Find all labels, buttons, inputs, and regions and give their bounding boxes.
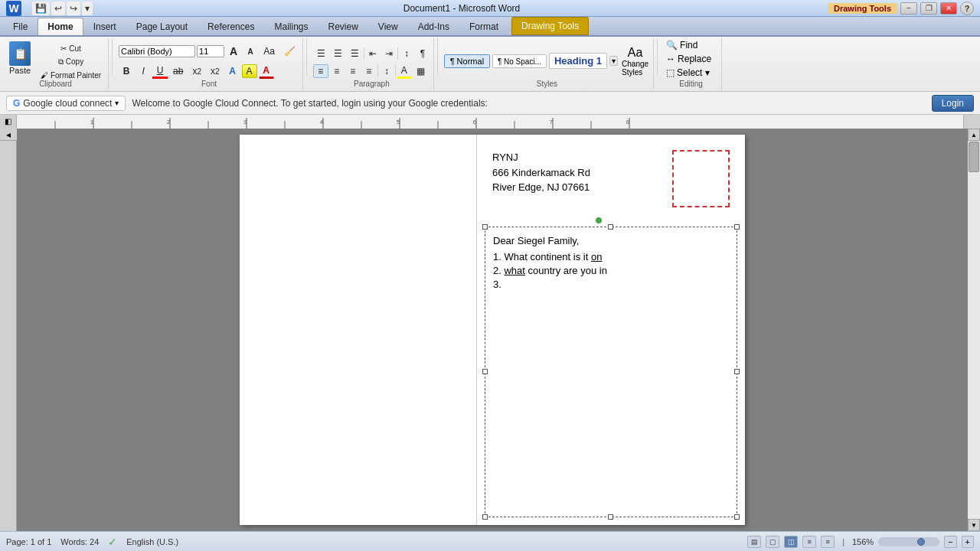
help-button[interactable]: ?: [960, 2, 974, 15]
bullets-button[interactable]: ☰: [313, 47, 329, 60]
scroll-up-button[interactable]: ▲: [968, 129, 980, 141]
spell-check-icon[interactable]: ✓: [108, 536, 117, 548]
restore-button[interactable]: ❐: [920, 2, 937, 15]
quick-access-toolbar: 💾 ↩ ↪ ▾: [29, 0, 96, 17]
tab-references[interactable]: References: [198, 18, 264, 35]
view-full-screen[interactable]: ▢: [766, 536, 779, 548]
font-name-input[interactable]: [119, 45, 195, 57]
shading-button[interactable]: A: [397, 64, 412, 79]
scroll-down-button[interactable]: ▼: [968, 519, 980, 531]
google-bar-dropdown-icon: ▾: [115, 99, 119, 107]
zoom-out-button[interactable]: −: [944, 536, 956, 548]
handle-top-center[interactable]: [608, 224, 613, 230]
google-bar-logo-text: Google cloud connect: [23, 98, 112, 109]
subscript-button[interactable]: x2: [188, 64, 205, 78]
bold-button[interactable]: B: [119, 64, 134, 78]
align-right-button[interactable]: ≡: [345, 64, 361, 78]
redo-button[interactable]: ↪: [67, 2, 80, 15]
change-case-button[interactable]: Aa: [260, 44, 279, 58]
copy-button[interactable]: ⧉ Copy: [37, 56, 105, 68]
align-center-button[interactable]: ≡: [329, 64, 345, 78]
login-button[interactable]: Login: [932, 95, 974, 112]
minimize-button[interactable]: −: [900, 2, 917, 15]
zoom-thumb[interactable]: [917, 538, 925, 546]
borders-button[interactable]: ▦: [413, 64, 429, 78]
line-spacing-button[interactable]: ↕: [379, 64, 394, 78]
tab-file[interactable]: File: [3, 18, 38, 35]
underline-button[interactable]: U: [152, 64, 168, 77]
zoom-slider[interactable]: [878, 537, 939, 546]
tab-home[interactable]: Home: [38, 18, 83, 35]
tab-drawing-tools[interactable]: Drawing Tools: [511, 17, 589, 35]
italic-button[interactable]: I: [136, 64, 151, 78]
tab-review[interactable]: Review: [318, 18, 368, 35]
tab-view[interactable]: View: [368, 18, 408, 35]
handle-bottom-center[interactable]: [608, 514, 613, 520]
cut-button[interactable]: ✂ Cut: [37, 43, 105, 54]
list-text-2: what country are you in: [504, 265, 606, 276]
title-bar-left: W 💾 ↩ ↪ ▾: [6, 0, 96, 17]
view-outline[interactable]: ≡: [802, 536, 816, 548]
word-logo: W: [6, 1, 21, 16]
show-marks-button[interactable]: ¶: [415, 47, 430, 60]
scroll-thumb[interactable]: [969, 142, 979, 172]
svg-text:5: 5: [397, 119, 400, 126]
shrink-font-button[interactable]: A: [243, 46, 258, 57]
handle-middle-left[interactable]: [482, 369, 488, 374]
change-styles-button[interactable]: Aa ChangeStyles: [620, 44, 650, 78]
tab-format[interactable]: Format: [459, 18, 508, 35]
clear-format-button[interactable]: 🧹: [280, 44, 299, 58]
justify-button[interactable]: ≡: [361, 64, 377, 78]
paste-button[interactable]: 📋 Paste: [6, 40, 34, 77]
tab-insert[interactable]: Insert: [83, 18, 126, 35]
close-button[interactable]: ✕: [940, 2, 957, 15]
view-draft[interactable]: ≡: [821, 536, 835, 548]
paste-label: Paste: [9, 66, 31, 75]
tab-mailings[interactable]: Mailings: [264, 18, 318, 35]
zoom-in-button[interactable]: +: [962, 536, 974, 548]
text-box[interactable]: Dear Siegel Family, 1. What continent is…: [485, 227, 737, 517]
handle-bottom-right[interactable]: [734, 514, 740, 520]
google-bar-logo[interactable]: G Google cloud connect ▾: [6, 96, 126, 111]
select-button[interactable]: ⬚ Select ▾: [664, 67, 714, 79]
tab-page-layout[interactable]: Page Layout: [126, 18, 198, 35]
text-effects-button[interactable]: A: [225, 64, 240, 78]
decrease-indent-button[interactable]: ⇤: [365, 47, 381, 60]
save-button[interactable]: 💾: [32, 2, 50, 15]
ruler-toggle-button[interactable]: ◧: [0, 115, 17, 129]
style-no-spacing-label: ¶ No Spaci...: [498, 57, 541, 66]
font-name-row: A A Aa 🧹: [119, 44, 299, 59]
view-print-layout[interactable]: ▤: [747, 536, 761, 548]
handle-top-left[interactable]: [482, 224, 488, 230]
handle-top-right[interactable]: [734, 224, 740, 230]
font-color-button[interactable]: A: [259, 64, 274, 79]
handle-bottom-left[interactable]: [482, 514, 488, 520]
style-no-spacing[interactable]: ¶ No Spaci...: [492, 54, 547, 68]
left-scroll-up[interactable]: ◂: [0, 129, 17, 141]
rotation-handle[interactable]: [596, 217, 602, 223]
grow-font-button[interactable]: A: [226, 44, 241, 59]
style-normal[interactable]: ¶ Normal: [444, 54, 490, 68]
underline-color-bar: [152, 77, 168, 79]
svg-text:6: 6: [473, 119, 477, 126]
multilevel-list-button[interactable]: ☰: [347, 47, 363, 60]
increase-indent-button[interactable]: ⇥: [381, 47, 397, 60]
replace-button[interactable]: ↔ Replace: [664, 53, 714, 65]
superscript-button[interactable]: x2: [207, 64, 224, 78]
sort-button[interactable]: ↕: [399, 47, 414, 60]
find-icon: 🔍: [666, 40, 678, 51]
view-web-layout[interactable]: ◫: [784, 536, 798, 548]
change-styles-label: ChangeStyles: [622, 60, 648, 77]
align-left-button[interactable]: ≡: [313, 64, 328, 78]
highlight-button[interactable]: A: [242, 64, 257, 78]
style-heading1[interactable]: Heading 1: [549, 53, 607, 69]
font-size-input[interactable]: [197, 45, 224, 57]
styles-scroll-button[interactable]: ▾: [609, 56, 618, 66]
numbering-button[interactable]: ☰: [330, 47, 346, 60]
handle-middle-right[interactable]: [734, 369, 740, 374]
find-button[interactable]: 🔍 Find: [664, 39, 714, 51]
qat-customize-button[interactable]: ▾: [82, 2, 93, 15]
strikethrough-button[interactable]: ab: [169, 64, 187, 78]
undo-button[interactable]: ↩: [51, 2, 65, 15]
tab-add-ins[interactable]: Add-Ins: [408, 18, 459, 35]
